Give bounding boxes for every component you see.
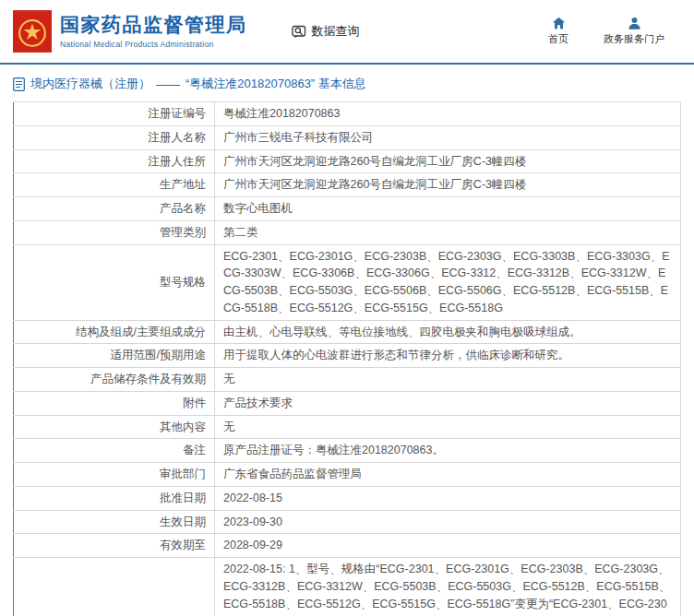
breadcrumb: 境内医疗器械（注册） —— “粤械注准20182070863” 基本信息: [0, 65, 694, 101]
registration-info-table-wrap: 注册证编号 粤械注准20182070863 注册人名称 广州市三锐电子科技有限公…: [0, 101, 694, 616]
row-management-class: 管理类别 第二类: [14, 220, 681, 244]
top-nav: 首页 政务服务门户: [548, 17, 681, 46]
document-icon: [13, 77, 25, 91]
row-reg-cert-number: 注册证编号 粤械注准20182070863: [14, 102, 681, 126]
row-value: 广州市天河区龙洞迎龙路260号自编龙洞工业厂房C-3幢四楼: [215, 173, 681, 197]
row-label: 产品名称: [14, 197, 215, 221]
row-value: 第二类: [215, 220, 681, 244]
row-change-info: 变更情况 2022-08-15: 1、型号、规格由“ECG-2301、ECG-2…: [14, 558, 681, 616]
row-value: 2022-08-15: 1、型号、规格由“ECG-2301、ECG-2301G、…: [215, 558, 681, 616]
row-label: 附件: [14, 391, 215, 415]
row-model-specs: 型号规格 ECG-2301、ECG-2301G、ECG-2303B、ECG-23…: [14, 244, 681, 320]
data-query-search-icon: [292, 24, 307, 40]
row-intended-use: 适用范围/预期用途 用于提取人体的心电波群进行形态和节律分析，供临床诊断和研究。: [14, 344, 681, 368]
registration-info-table: 注册证编号 粤械注准20182070863 注册人名称 广州市三锐电子科技有限公…: [13, 101, 681, 616]
row-label: 变更情况: [14, 558, 215, 616]
site-subtitle: National Medical Products Administration: [60, 40, 247, 49]
person-icon: [628, 17, 641, 30]
nav-gov-portal-label: 政务服务门户: [604, 32, 664, 46]
row-product-name: 产品名称 数字心电图机: [14, 197, 681, 221]
row-value: 原产品注册证号：粤械注准20182070863。: [215, 439, 681, 463]
row-value: 由主机、心电导联线、等电位接地线、四胶电极夹和胸电极吸球组成。: [215, 320, 681, 344]
row-value: 广州市天河区龙洞迎龙路260号自编龙洞工业厂房C-3幢四楼: [215, 149, 681, 173]
row-registrant-address: 注册人住所 广州市天河区龙洞迎龙路260号自编龙洞工业厂房C-3幢四楼: [14, 149, 681, 173]
row-label: 注册人住所: [14, 149, 215, 173]
row-production-address: 生产地址 广州市天河区龙洞迎龙路260号自编龙洞工业厂房C-3幢四楼: [14, 173, 681, 197]
row-other-content: 其他内容 无: [14, 415, 681, 439]
row-registrant-name: 注册人名称 广州市三锐电子科技有限公司: [14, 125, 681, 149]
row-label: 管理类别: [14, 220, 215, 244]
row-label: 注册人名称: [14, 125, 215, 149]
row-value: 数字心电图机: [215, 197, 681, 221]
row-effective-date: 生效日期 2023-09-30: [14, 510, 681, 534]
nav-gov-portal[interactable]: 政务服务门户: [604, 17, 664, 46]
row-attachments: 附件 产品技术要求: [14, 391, 681, 415]
nav-home[interactable]: 首页: [548, 17, 568, 46]
breadcrumb-separator: ——: [156, 77, 180, 91]
row-value: 无: [215, 368, 681, 392]
page: 国家药品监督管理局 National Medical Products Admi…: [0, 0, 694, 616]
nav-home-label: 首页: [548, 32, 568, 46]
row-value: 用于提取人体的心电波群进行形态和节律分析，供临床诊断和研究。: [215, 344, 681, 368]
row-label: 审批部门: [14, 463, 215, 487]
row-structure-composition: 结构及组成/主要组成成分 由主机、心电导联线、等电位接地线、四胶电极夹和胸电极吸…: [14, 320, 681, 344]
row-label: 其他内容: [14, 415, 215, 439]
row-value: 广州市三锐电子科技有限公司: [215, 125, 681, 149]
row-approval-department: 审批部门 广东省食品药品监督管理局: [14, 463, 681, 487]
row-value: 无: [215, 415, 681, 439]
site-title-block: 国家药品监督管理局 National Medical Products Admi…: [60, 14, 247, 48]
row-remarks: 备注 原产品注册证号：粤械注准20182070863。: [14, 439, 681, 463]
site-header: 国家药品监督管理局 National Medical Products Admi…: [0, 0, 694, 65]
data-query-label: 数据查询: [312, 23, 360, 40]
row-value: 广东省食品药品监督管理局: [215, 463, 681, 487]
breadcrumb-section[interactable]: 境内医疗器械（注册）: [30, 76, 150, 92]
row-value: 2022-08-15: [215, 486, 681, 510]
row-valid-until: 有效期至 2028-09-29: [14, 534, 681, 558]
row-value: 粤械注准20182070863: [215, 102, 681, 126]
row-label: 型号规格: [14, 244, 215, 320]
home-icon: [552, 17, 566, 30]
row-value: 产品技术要求: [215, 391, 681, 415]
row-approval-date: 批准日期 2022-08-15: [14, 486, 681, 510]
row-storage-conditions: 产品储存条件及有效期 无: [14, 368, 681, 392]
row-label: 适用范围/预期用途: [14, 344, 215, 368]
row-label: 有效期至: [14, 534, 215, 558]
row-label: 备注: [14, 439, 215, 463]
data-query-button[interactable]: 数据查询: [292, 23, 360, 40]
row-value: 2023-09-30: [215, 510, 681, 534]
national-emblem-logo: [13, 10, 52, 53]
site-title: 国家药品监督管理局: [60, 14, 247, 36]
row-label: 生效日期: [14, 510, 215, 534]
row-label: 注册证编号: [14, 102, 215, 126]
row-label: 结构及组成/主要组成成分: [14, 320, 215, 344]
breadcrumb-current: “粤械注准20182070863” 基本信息: [185, 76, 366, 92]
row-value: 2028-09-29: [215, 534, 681, 558]
row-label: 批准日期: [14, 486, 215, 510]
row-value: ECG-2301、ECG-2301G、ECG-2303B、ECG-2303G、E…: [215, 244, 681, 320]
row-label: 产品储存条件及有效期: [14, 368, 215, 392]
row-label: 生产地址: [14, 173, 215, 197]
